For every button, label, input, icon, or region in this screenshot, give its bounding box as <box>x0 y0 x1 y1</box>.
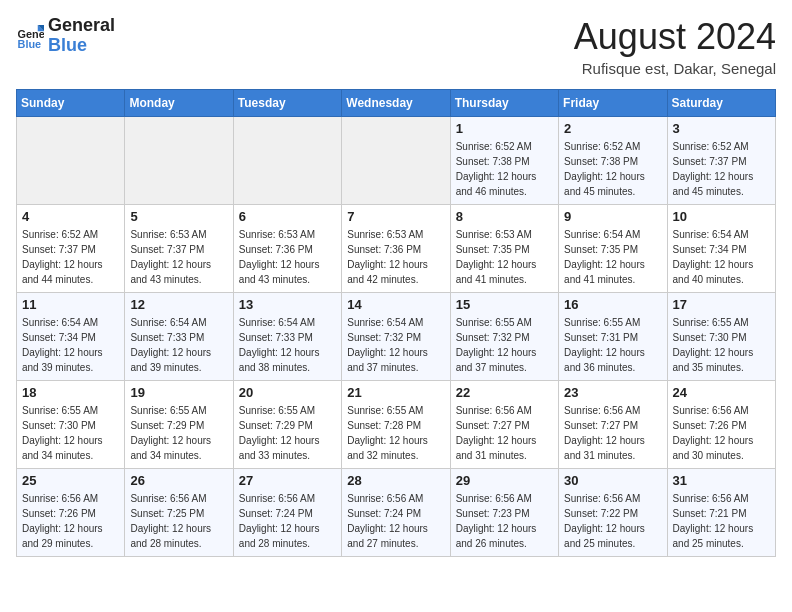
day-info: Sunrise: 6:54 AM Sunset: 7:33 PM Dayligh… <box>239 315 336 375</box>
day-number: 14 <box>347 297 444 312</box>
calendar-cell: 9Sunrise: 6:54 AM Sunset: 7:35 PM Daylig… <box>559 205 667 293</box>
calendar-cell: 22Sunrise: 6:56 AM Sunset: 7:27 PM Dayli… <box>450 381 558 469</box>
day-number: 15 <box>456 297 553 312</box>
calendar-cell: 25Sunrise: 6:56 AM Sunset: 7:26 PM Dayli… <box>17 469 125 557</box>
calendar-cell: 24Sunrise: 6:56 AM Sunset: 7:26 PM Dayli… <box>667 381 775 469</box>
calendar-cell: 21Sunrise: 6:55 AM Sunset: 7:28 PM Dayli… <box>342 381 450 469</box>
calendar-cell: 7Sunrise: 6:53 AM Sunset: 7:36 PM Daylig… <box>342 205 450 293</box>
calendar-cell: 18Sunrise: 6:55 AM Sunset: 7:30 PM Dayli… <box>17 381 125 469</box>
calendar-cell: 8Sunrise: 6:53 AM Sunset: 7:35 PM Daylig… <box>450 205 558 293</box>
week-row-1: 1Sunrise: 6:52 AM Sunset: 7:38 PM Daylig… <box>17 117 776 205</box>
day-number: 11 <box>22 297 119 312</box>
weekday-header-friday: Friday <box>559 90 667 117</box>
calendar-cell: 15Sunrise: 6:55 AM Sunset: 7:32 PM Dayli… <box>450 293 558 381</box>
calendar-cell <box>17 117 125 205</box>
day-info: Sunrise: 6:55 AM Sunset: 7:30 PM Dayligh… <box>22 403 119 463</box>
day-info: Sunrise: 6:52 AM Sunset: 7:37 PM Dayligh… <box>673 139 770 199</box>
day-number: 20 <box>239 385 336 400</box>
calendar-cell: 6Sunrise: 6:53 AM Sunset: 7:36 PM Daylig… <box>233 205 341 293</box>
svg-text:Blue: Blue <box>18 37 42 49</box>
day-info: Sunrise: 6:52 AM Sunset: 7:38 PM Dayligh… <box>564 139 661 199</box>
day-number: 21 <box>347 385 444 400</box>
day-info: Sunrise: 6:56 AM Sunset: 7:27 PM Dayligh… <box>564 403 661 463</box>
calendar-cell: 17Sunrise: 6:55 AM Sunset: 7:30 PM Dayli… <box>667 293 775 381</box>
weekday-header-sunday: Sunday <box>17 90 125 117</box>
day-info: Sunrise: 6:56 AM Sunset: 7:21 PM Dayligh… <box>673 491 770 551</box>
location-subtitle: Rufisque est, Dakar, Senegal <box>574 60 776 77</box>
day-info: Sunrise: 6:56 AM Sunset: 7:26 PM Dayligh… <box>22 491 119 551</box>
calendar-table: SundayMondayTuesdayWednesdayThursdayFrid… <box>16 89 776 557</box>
day-info: Sunrise: 6:53 AM Sunset: 7:36 PM Dayligh… <box>239 227 336 287</box>
day-number: 25 <box>22 473 119 488</box>
day-info: Sunrise: 6:55 AM Sunset: 7:32 PM Dayligh… <box>456 315 553 375</box>
day-number: 24 <box>673 385 770 400</box>
day-info: Sunrise: 6:53 AM Sunset: 7:35 PM Dayligh… <box>456 227 553 287</box>
day-info: Sunrise: 6:56 AM Sunset: 7:26 PM Dayligh… <box>673 403 770 463</box>
week-row-3: 11Sunrise: 6:54 AM Sunset: 7:34 PM Dayli… <box>17 293 776 381</box>
day-info: Sunrise: 6:56 AM Sunset: 7:24 PM Dayligh… <box>347 491 444 551</box>
day-info: Sunrise: 6:55 AM Sunset: 7:31 PM Dayligh… <box>564 315 661 375</box>
weekday-header-monday: Monday <box>125 90 233 117</box>
calendar-cell: 30Sunrise: 6:56 AM Sunset: 7:22 PM Dayli… <box>559 469 667 557</box>
calendar-cell: 11Sunrise: 6:54 AM Sunset: 7:34 PM Dayli… <box>17 293 125 381</box>
day-number: 30 <box>564 473 661 488</box>
day-info: Sunrise: 6:55 AM Sunset: 7:30 PM Dayligh… <box>673 315 770 375</box>
calendar-cell: 14Sunrise: 6:54 AM Sunset: 7:32 PM Dayli… <box>342 293 450 381</box>
day-info: Sunrise: 6:54 AM Sunset: 7:34 PM Dayligh… <box>22 315 119 375</box>
month-year-title: August 2024 <box>574 16 776 58</box>
day-info: Sunrise: 6:53 AM Sunset: 7:36 PM Dayligh… <box>347 227 444 287</box>
day-number: 22 <box>456 385 553 400</box>
calendar-cell: 16Sunrise: 6:55 AM Sunset: 7:31 PM Dayli… <box>559 293 667 381</box>
calendar-cell: 3Sunrise: 6:52 AM Sunset: 7:37 PM Daylig… <box>667 117 775 205</box>
day-info: Sunrise: 6:54 AM Sunset: 7:34 PM Dayligh… <box>673 227 770 287</box>
calendar-cell: 12Sunrise: 6:54 AM Sunset: 7:33 PM Dayli… <box>125 293 233 381</box>
day-info: Sunrise: 6:56 AM Sunset: 7:22 PM Dayligh… <box>564 491 661 551</box>
calendar-cell: 23Sunrise: 6:56 AM Sunset: 7:27 PM Dayli… <box>559 381 667 469</box>
day-number: 12 <box>130 297 227 312</box>
weekday-header-tuesday: Tuesday <box>233 90 341 117</box>
day-number: 17 <box>673 297 770 312</box>
weekday-header-row: SundayMondayTuesdayWednesdayThursdayFrid… <box>17 90 776 117</box>
calendar-cell <box>342 117 450 205</box>
calendar-cell: 4Sunrise: 6:52 AM Sunset: 7:37 PM Daylig… <box>17 205 125 293</box>
day-number: 1 <box>456 121 553 136</box>
day-number: 31 <box>673 473 770 488</box>
day-number: 5 <box>130 209 227 224</box>
day-number: 8 <box>456 209 553 224</box>
calendar-cell <box>125 117 233 205</box>
day-number: 19 <box>130 385 227 400</box>
day-info: Sunrise: 6:52 AM Sunset: 7:38 PM Dayligh… <box>456 139 553 199</box>
day-number: 10 <box>673 209 770 224</box>
day-number: 27 <box>239 473 336 488</box>
day-number: 4 <box>22 209 119 224</box>
day-info: Sunrise: 6:56 AM Sunset: 7:25 PM Dayligh… <box>130 491 227 551</box>
day-info: Sunrise: 6:55 AM Sunset: 7:29 PM Dayligh… <box>130 403 227 463</box>
logo: General Blue General Blue <box>16 16 115 56</box>
calendar-cell <box>233 117 341 205</box>
calendar-cell: 20Sunrise: 6:55 AM Sunset: 7:29 PM Dayli… <box>233 381 341 469</box>
calendar-cell: 19Sunrise: 6:55 AM Sunset: 7:29 PM Dayli… <box>125 381 233 469</box>
weekday-header-thursday: Thursday <box>450 90 558 117</box>
day-info: Sunrise: 6:54 AM Sunset: 7:35 PM Dayligh… <box>564 227 661 287</box>
calendar-cell: 10Sunrise: 6:54 AM Sunset: 7:34 PM Dayli… <box>667 205 775 293</box>
day-number: 3 <box>673 121 770 136</box>
day-number: 7 <box>347 209 444 224</box>
day-info: Sunrise: 6:55 AM Sunset: 7:29 PM Dayligh… <box>239 403 336 463</box>
day-number: 16 <box>564 297 661 312</box>
day-number: 28 <box>347 473 444 488</box>
day-info: Sunrise: 6:54 AM Sunset: 7:33 PM Dayligh… <box>130 315 227 375</box>
calendar-cell: 29Sunrise: 6:56 AM Sunset: 7:23 PM Dayli… <box>450 469 558 557</box>
day-number: 29 <box>456 473 553 488</box>
weekday-header-saturday: Saturday <box>667 90 775 117</box>
day-info: Sunrise: 6:55 AM Sunset: 7:28 PM Dayligh… <box>347 403 444 463</box>
day-info: Sunrise: 6:52 AM Sunset: 7:37 PM Dayligh… <box>22 227 119 287</box>
logo-general-text: General <box>48 16 115 36</box>
calendar-cell: 28Sunrise: 6:56 AM Sunset: 7:24 PM Dayli… <box>342 469 450 557</box>
day-info: Sunrise: 6:54 AM Sunset: 7:32 PM Dayligh… <box>347 315 444 375</box>
day-info: Sunrise: 6:53 AM Sunset: 7:37 PM Dayligh… <box>130 227 227 287</box>
calendar-cell: 31Sunrise: 6:56 AM Sunset: 7:21 PM Dayli… <box>667 469 775 557</box>
title-block: August 2024 Rufisque est, Dakar, Senegal <box>574 16 776 77</box>
day-info: Sunrise: 6:56 AM Sunset: 7:23 PM Dayligh… <box>456 491 553 551</box>
day-number: 6 <box>239 209 336 224</box>
day-number: 13 <box>239 297 336 312</box>
